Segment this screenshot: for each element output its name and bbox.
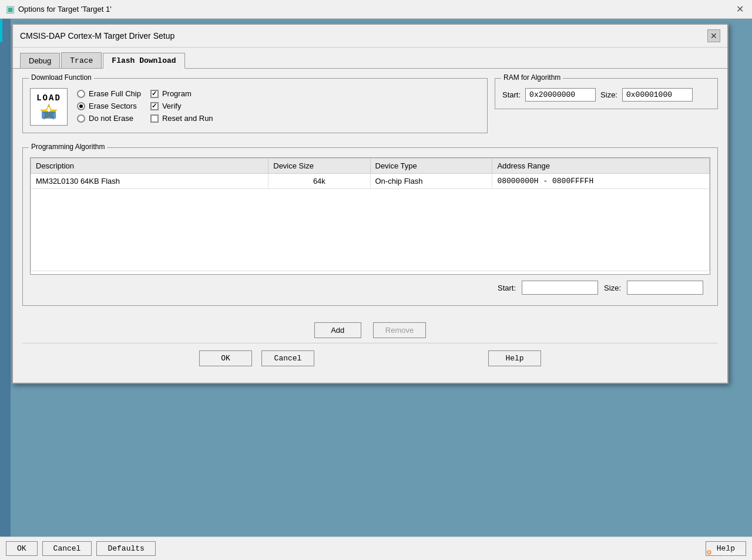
col-header-device-size: Device Size <box>268 158 370 174</box>
cell-description: MM32L0130 64KB Flash <box>31 174 268 189</box>
load-icon: LOAD <box>30 88 68 126</box>
tab-flash-download[interactable]: Flash Download <box>103 53 184 69</box>
check-verify[interactable]: Verify <box>150 102 213 110</box>
table-empty-space <box>31 189 710 271</box>
algo-size-label: Size: <box>604 284 621 292</box>
algo-table-wrapper: Description Device Size Device Type Addr… <box>30 157 710 275</box>
cell-device-size: 64k <box>268 174 370 189</box>
help-button[interactable]: Help <box>488 350 541 366</box>
ram-size-label: Size: <box>600 90 617 99</box>
outer-cancel-button[interactable]: Cancel <box>42 541 92 556</box>
svg-rect-3 <box>48 107 50 111</box>
check-reset-and-run[interactable]: Reset and Run <box>150 114 213 123</box>
outer-titlebar-left: ▣ Options for Target 'Target 1' <box>6 4 112 15</box>
radio-options: Erase Full Chip Erase Sectors Do not Era… <box>77 88 141 123</box>
add-button[interactable]: Add <box>314 322 361 338</box>
outer-close-button[interactable]: ✕ <box>734 4 746 15</box>
ram-for-algorithm-group: RAM for Algorithm Start: Size: <box>495 78 718 109</box>
check-box-program <box>150 90 159 98</box>
top-panels: Download Function LOAD <box>22 78 718 140</box>
tab-trace[interactable]: Trace <box>61 52 102 68</box>
radio-circle-erase-full <box>77 90 85 98</box>
outer-defaults-button[interactable]: Defaults <box>96 541 155 556</box>
cell-device-type: On-chip Flash <box>370 174 492 189</box>
check-program[interactable]: Program <box>150 89 213 98</box>
radio-erase-sectors[interactable]: Erase Sectors <box>77 102 141 110</box>
col-header-address-range: Address Range <box>492 158 710 174</box>
download-function-panel: Download Function LOAD <box>22 78 488 140</box>
ok-button[interactable]: OK <box>199 350 252 366</box>
radio-do-not-erase[interactable]: Do not Erase <box>77 114 141 123</box>
dialog-close-button[interactable]: ✕ <box>707 29 720 42</box>
dialog-bottom-buttons: OK Cancel Help <box>22 343 718 373</box>
outer-window-title: Options for Target 'Target 1' <box>18 5 112 14</box>
algo-bottom-fields: Start: Size: <box>30 275 710 298</box>
cancel-button[interactable]: Cancel <box>261 350 314 366</box>
ram-size-input[interactable] <box>622 88 693 102</box>
outer-titlebar: ▣ Options for Target 'Target 1' ✕ <box>0 0 752 19</box>
ram-start-input[interactable] <box>525 88 596 102</box>
ram-for-algorithm-title: RAM for Algorithm <box>501 73 563 82</box>
remove-button[interactable]: Remove <box>373 322 426 338</box>
radio-erase-full-chip[interactable]: Erase Full Chip <box>77 89 141 98</box>
tab-content-flash-download: Download Function LOAD <box>13 68 727 383</box>
tab-bar: Debug Trace Flash Download <box>13 48 727 68</box>
table-row[interactable]: MM32L0130 64KB Flash 64k On-chip Flash 0… <box>31 174 710 189</box>
load-icon-graphic <box>37 103 61 120</box>
svg-rect-1 <box>42 112 56 119</box>
download-function-title: Download Function <box>29 73 94 82</box>
radio-circle-do-not-erase <box>77 114 85 123</box>
app-icon: ▣ <box>6 4 15 15</box>
programming-algorithm-title: Programming Algorithm <box>29 143 107 151</box>
action-row: Add Remove <box>22 313 718 343</box>
radio-circle-erase-sectors <box>77 102 85 110</box>
dialog-titlebar: CMSIS-DAP Cortex-M Target Driver Setup ✕ <box>13 25 727 48</box>
tab-debug[interactable]: Debug <box>20 53 60 68</box>
outer-ok-button[interactable]: OK <box>6 541 38 556</box>
ram-fields-row: Start: Size: <box>502 88 710 102</box>
algo-table: Description Device Size Device Type Addr… <box>31 158 710 271</box>
check-box-reset-run <box>150 114 159 123</box>
ram-panel: RAM for Algorithm Start: Size: <box>495 78 718 140</box>
ram-start-label: Start: <box>502 90 521 99</box>
main-dialog: CMSIS-DAP Cortex-M Target Driver Setup ✕… <box>12 23 728 384</box>
download-row: LOAD <box>30 88 480 126</box>
outer-bottom-bar: OK Cancel Defaults Help <box>0 537 752 560</box>
download-function-group: Download Function LOAD <box>22 78 488 133</box>
load-text: LOAD <box>36 93 61 103</box>
watermark: ⚙ 面包板社区 <box>706 548 746 557</box>
check-box-verify <box>150 102 159 110</box>
programming-algorithm-group: Programming Algorithm Description Device… <box>22 147 718 306</box>
algo-start-label: Start: <box>498 284 516 292</box>
algo-start-input[interactable] <box>522 281 598 295</box>
algo-size-input[interactable] <box>627 281 703 295</box>
col-header-description: Description <box>31 158 268 174</box>
col-header-device-type: Device Type <box>370 158 492 174</box>
dialog-title: CMSIS-DAP Cortex-M Target Driver Setup <box>20 31 174 41</box>
checkbox-column: Program Verify Reset and Run <box>150 88 213 123</box>
left-sidebar <box>0 19 11 537</box>
cell-address-range: 08000000H - 0800FFFFH <box>492 174 710 189</box>
